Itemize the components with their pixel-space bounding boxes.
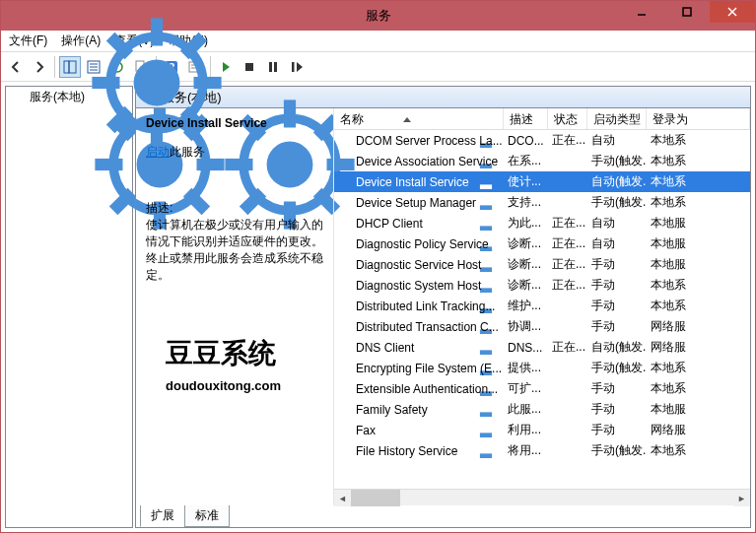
list-header: 名称 描述 状态 启动类型 登录为 <box>334 108 750 130</box>
gear-icon <box>338 134 352 148</box>
service-row[interactable]: DCOM Server Process La...DCO...正在...自动本地… <box>334 130 750 151</box>
gear-icon <box>338 382 352 396</box>
window-title: 服务 <box>366 7 391 25</box>
service-row[interactable]: Distributed Transaction C...协调...手动网络服 <box>334 316 750 337</box>
list-rows: DCOM Server Process La...DCO...正在...自动本地… <box>334 130 750 489</box>
services-window: 服务 文件(F) 操作(A) 查看(V) 帮助(H) ? <box>0 0 756 533</box>
service-row[interactable]: DNS ClientDNS...正在...自动(触发...网络服 <box>334 337 750 358</box>
start-suffix: 此服务 <box>170 145 205 159</box>
service-row[interactable]: Device Association Service在系...手动(触发...本… <box>334 151 750 171</box>
gear-icon <box>338 217 352 231</box>
col-desc[interactable]: 描述 <box>504 108 548 129</box>
service-row[interactable]: Diagnostic Service Host诊断...正在...手动本地服 <box>334 254 750 275</box>
gear-icon <box>338 424 352 437</box>
service-row[interactable]: Encrypting File System (E...提供...手动(触发..… <box>334 358 750 378</box>
service-row[interactable]: Diagnostic Policy Service诊断...正在...自动本地服 <box>334 233 750 254</box>
service-row[interactable]: Extensible Authentication...可扩...手动本地系 <box>334 378 750 399</box>
tab-standard[interactable]: 标准 <box>184 505 230 527</box>
minimize-button[interactable] <box>619 1 664 23</box>
watermark-text: 豆豆系统 <box>166 335 281 372</box>
service-row[interactable]: DHCP Client为此...正在...自动本地服 <box>334 213 750 233</box>
gear-icon <box>338 362 352 375</box>
desc-label: 描述: <box>146 200 323 217</box>
service-list: 名称 描述 状态 启动类型 登录为 DCOM Server Process La… <box>333 108 750 505</box>
service-row[interactable]: Family Safety此服...手动本地服 <box>334 399 750 420</box>
col-name[interactable]: 名称 <box>334 108 504 129</box>
service-row[interactable]: Diagnostic System Host诊断...正在...手动本地系 <box>334 275 750 296</box>
svg-rect-21 <box>683 8 691 16</box>
start-service-link[interactable]: 启动 <box>146 145 170 159</box>
tab-bar: 扩展 标准 <box>136 505 750 527</box>
gear-icon <box>338 196 352 210</box>
desc-text: 使计算机在极少或没有用户输入的情况下能识别并适应硬件的更改。终止或禁用此服务会造… <box>146 217 323 284</box>
service-row[interactable]: Device Setup Manager支持...手动(触发...本地系 <box>334 192 750 213</box>
gear-icon <box>338 403 352 417</box>
selected-service-title: Device Install Service <box>146 116 323 130</box>
horizontal-scrollbar[interactable]: ◄ ► <box>334 489 750 505</box>
gear-icon <box>338 279 352 293</box>
service-row[interactable]: File History Service将用...手动(触发...本地系 <box>334 440 750 461</box>
watermark-url: doudouxitong.com <box>166 378 281 393</box>
col-state[interactable]: 状态 <box>548 108 587 129</box>
gear-icon <box>338 300 352 313</box>
right-pane: 服务(本地) Device Install Service 启动此服务 描述: … <box>135 86 751 528</box>
sort-asc-icon <box>403 117 411 122</box>
gear-icon <box>338 320 352 334</box>
tab-extended[interactable]: 扩展 <box>140 505 185 527</box>
maximize-button[interactable] <box>664 1 710 23</box>
col-logon[interactable]: 登录为 <box>647 108 750 129</box>
scroll-thumb[interactable] <box>351 490 400 506</box>
gear-icon <box>338 175 352 189</box>
close-button[interactable] <box>710 1 755 23</box>
gear-icon <box>338 155 352 168</box>
detail-pane: Device Install Service 启动此服务 描述: 使计算机在极少… <box>136 108 333 292</box>
scroll-right-button[interactable]: ► <box>733 490 750 506</box>
service-row[interactable]: Distributed Link Tracking...维护...手动本地系 <box>334 296 750 316</box>
app-icon <box>9 9 23 23</box>
gear-icon <box>338 258 352 272</box>
gear-icon <box>338 444 352 458</box>
service-row[interactable]: Device Install Service使计...自动(触发...本地系 <box>334 171 750 192</box>
gear-icon <box>338 341 352 355</box>
titlebar[interactable]: 服务 <box>1 1 755 31</box>
col-start[interactable]: 启动类型 <box>587 108 647 129</box>
gear-icon <box>338 237 352 251</box>
service-row[interactable]: Fax利用...手动网络服 <box>334 420 750 440</box>
scroll-left-button[interactable]: ◄ <box>334 490 351 506</box>
